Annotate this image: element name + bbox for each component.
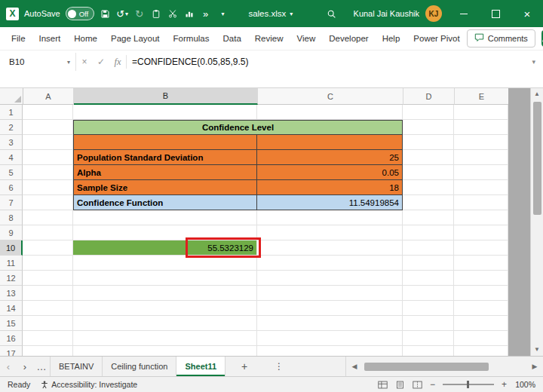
row-header-14[interactable]: 14 [0, 301, 23, 316]
user-name[interactable]: Kunal Jai Kaushik [354, 9, 419, 18]
cell-A7[interactable] [23, 195, 73, 210]
cell-B11[interactable] [73, 256, 257, 271]
cell-C9[interactable] [257, 225, 403, 240]
cell-E17[interactable] [454, 346, 508, 356]
search-icon[interactable] [326, 5, 337, 22]
sheet-tab-ceiling-function[interactable]: Ceiling function [103, 357, 176, 376]
cell-E2[interactable] [454, 120, 508, 135]
cell-B15[interactable] [73, 316, 257, 331]
row-header-6[interactable]: 6 [0, 180, 23, 195]
cell-C1[interactable] [257, 105, 403, 120]
cell-B4[interactable]: Population Standard Deviation [73, 150, 257, 165]
sheet-list-icon[interactable]: … [33, 357, 50, 376]
cell-E7[interactable] [454, 195, 508, 210]
column-header-C[interactable]: C [258, 88, 403, 105]
cell-C12[interactable] [257, 271, 403, 286]
row-header-8[interactable]: 8 [0, 210, 23, 225]
cell-C16[interactable] [257, 331, 403, 346]
ribbon-tab-home[interactable]: Home [67, 27, 104, 50]
cell-A12[interactable] [23, 271, 73, 286]
row-header-7[interactable]: 7 [0, 195, 23, 210]
cell-E14[interactable] [454, 301, 508, 316]
cell-B2[interactable]: Confidence Level [73, 120, 403, 135]
column-header-B[interactable]: B [74, 88, 258, 105]
cell-A5[interactable] [23, 165, 73, 180]
cell-A17[interactable] [23, 346, 73, 356]
sheet-tab-sheet11[interactable]: Sheet11 [176, 357, 225, 376]
cell-E9[interactable] [454, 225, 508, 240]
cell-A8[interactable] [23, 210, 73, 225]
cell-A14[interactable] [23, 301, 73, 316]
page-break-view-icon[interactable] [413, 381, 422, 389]
ribbon-tab-file[interactable]: File [5, 27, 32, 50]
cell-C5[interactable]: 0.05 [257, 165, 403, 180]
row-header-13[interactable]: 13 [0, 286, 23, 301]
cell-E16[interactable] [454, 331, 508, 346]
cell-C3[interactable] [257, 135, 403, 150]
cell-B1[interactable] [73, 105, 257, 120]
row-header-5[interactable]: 5 [0, 165, 23, 180]
cell-C4[interactable]: 25 [257, 150, 403, 165]
ribbon-tab-power-pivot[interactable]: Power Pivot [406, 27, 466, 50]
cell-D12[interactable] [403, 271, 454, 286]
cell-D9[interactable] [403, 225, 454, 240]
ribbon-tab-data[interactable]: Data [216, 27, 248, 50]
cell-C15[interactable] [257, 316, 403, 331]
zoom-slider-thumb[interactable] [467, 381, 469, 388]
excel-app-icon[interactable]: X [6, 8, 19, 20]
cancel-icon[interactable]: × [76, 53, 93, 71]
redo-icon[interactable]: ↻ [133, 5, 145, 22]
ribbon-tab-developer[interactable]: Developer [322, 27, 375, 50]
cell-D7[interactable] [403, 195, 454, 210]
cell-D13[interactable] [403, 286, 454, 301]
cell-D4[interactable] [403, 150, 454, 165]
cell-E5[interactable] [454, 165, 508, 180]
cell-D8[interactable] [403, 210, 454, 225]
cell-B8[interactable] [73, 210, 257, 225]
cell-E11[interactable] [454, 256, 508, 271]
ribbon-tab-review[interactable]: Review [248, 27, 290, 50]
cell-D16[interactable] [403, 331, 454, 346]
cell-E15[interactable] [454, 316, 508, 331]
minimize-button[interactable] [448, 0, 480, 27]
zoom-level[interactable]: 100% [514, 380, 535, 389]
cell-C13[interactable] [257, 286, 403, 301]
hscroll-right-icon[interactable]: ▶ [529, 363, 540, 370]
cell-D2[interactable] [403, 120, 454, 135]
row-header-17[interactable]: 17 [0, 346, 23, 356]
cell-E3[interactable] [454, 135, 508, 150]
cell-B12[interactable] [73, 271, 257, 286]
cell-D14[interactable] [403, 301, 454, 316]
name-box[interactable]: B10 ▾ [0, 53, 76, 71]
sheet-tab-betainv[interactable]: BETAINV [50, 357, 103, 376]
close-button[interactable]: × [511, 0, 543, 27]
cell-E12[interactable] [454, 271, 508, 286]
chart-icon[interactable] [183, 5, 195, 22]
scroll-up-icon[interactable]: ▲ [534, 90, 540, 98]
horizontal-scroll-thumb[interactable] [364, 363, 489, 371]
save-icon[interactable] [100, 5, 111, 22]
enter-icon[interactable]: ✓ [93, 53, 109, 71]
page-layout-view-icon[interactable] [395, 381, 405, 389]
avatar[interactable]: KJ [425, 5, 442, 22]
document-title[interactable]: sales.xlsx ▾ [248, 0, 293, 27]
more-commands-icon[interactable]: » [200, 5, 211, 22]
cell-E13[interactable] [454, 286, 508, 301]
ribbon-tab-page-layout[interactable]: Page Layout [104, 27, 167, 50]
cell-A1[interactable] [23, 105, 73, 120]
horizontal-scrollbar[interactable]: ◀ ▶ [345, 357, 543, 376]
column-header-E[interactable]: E [455, 88, 508, 105]
cell-B3[interactable] [73, 135, 257, 150]
normal-view-icon[interactable] [378, 381, 388, 389]
row-header-15[interactable]: 15 [0, 316, 23, 331]
ribbon-tab-view[interactable]: View [290, 27, 323, 50]
column-header-A[interactable]: A [23, 88, 74, 105]
hscroll-left-icon[interactable]: ◀ [349, 363, 360, 370]
cell-D15[interactable] [403, 316, 454, 331]
cell-E1[interactable] [454, 105, 508, 120]
cell-B7[interactable]: Confidence Function [73, 195, 257, 210]
zoom-out-icon[interactable]: − [430, 381, 435, 388]
cell-A10[interactable] [23, 240, 73, 256]
cell-C17[interactable] [257, 346, 403, 356]
formula-bar-expand-icon[interactable]: ▾ [529, 53, 538, 66]
